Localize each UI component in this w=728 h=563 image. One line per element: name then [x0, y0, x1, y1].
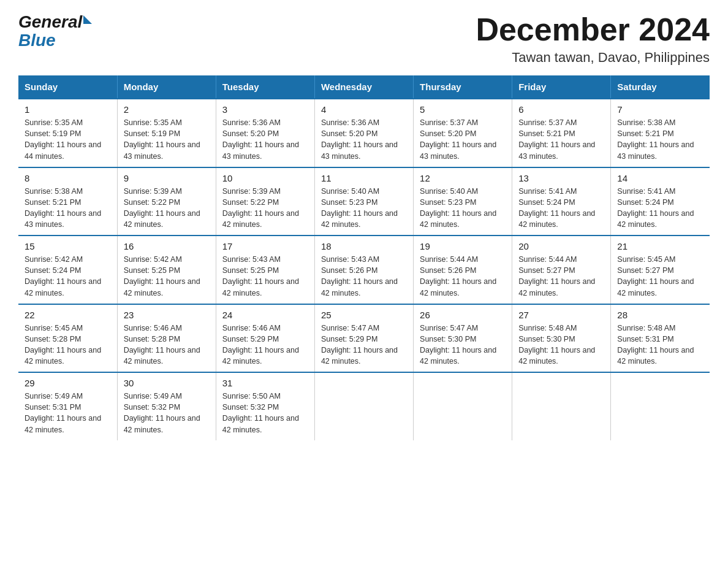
calendar-cell: 20Sunrise: 5:44 AMSunset: 5:27 PMDayligh…: [512, 236, 611, 304]
day-info: Sunrise: 5:44 AMSunset: 5:27 PMDaylight:…: [518, 254, 604, 299]
header-friday: Friday: [512, 75, 611, 99]
logo-blue: Blue: [18, 32, 92, 49]
calendar-week-row: 1Sunrise: 5:35 AMSunset: 5:19 PMDaylight…: [18, 99, 710, 167]
day-number: 5: [420, 104, 506, 115]
day-info: Sunrise: 5:42 AMSunset: 5:25 PMDaylight:…: [124, 254, 210, 299]
day-info: Sunrise: 5:45 AMSunset: 5:27 PMDaylight:…: [617, 254, 703, 299]
calendar-subtitle: Tawan tawan, Davao, Philippines: [476, 50, 710, 66]
day-number: 6: [518, 104, 604, 115]
header-thursday: Thursday: [414, 75, 512, 99]
title-section: December 2024 Tawan tawan, Davao, Philip…: [476, 12, 710, 66]
calendar-cell: 21Sunrise: 5:45 AMSunset: 5:27 PMDayligh…: [611, 236, 710, 304]
day-info: Sunrise: 5:48 AMSunset: 5:30 PMDaylight:…: [518, 323, 604, 367]
day-info: Sunrise: 5:41 AMSunset: 5:24 PMDaylight:…: [518, 186, 604, 231]
day-info: Sunrise: 5:49 AMSunset: 5:31 PMDaylight:…: [25, 391, 111, 435]
day-number: 2: [124, 104, 210, 115]
day-number: 17: [222, 241, 308, 251]
day-info: Sunrise: 5:47 AMSunset: 5:30 PMDaylight:…: [420, 323, 506, 367]
calendar-cell: 27Sunrise: 5:48 AMSunset: 5:30 PMDayligh…: [512, 304, 611, 373]
day-info: Sunrise: 5:46 AMSunset: 5:28 PMDaylight:…: [124, 323, 210, 367]
calendar-title: December 2024: [476, 12, 710, 47]
calendar-cell: 6Sunrise: 5:37 AMSunset: 5:21 PMDaylight…: [512, 99, 611, 167]
day-number: 26: [420, 310, 506, 320]
day-info: Sunrise: 5:47 AMSunset: 5:29 PMDaylight:…: [321, 323, 407, 367]
day-number: 14: [617, 173, 703, 183]
logo-triangle-icon: [83, 15, 92, 24]
day-info: Sunrise: 5:35 AMSunset: 5:19 PMDaylight:…: [124, 117, 210, 162]
day-info: Sunrise: 5:40 AMSunset: 5:23 PMDaylight:…: [420, 186, 506, 231]
calendar-cell: 14Sunrise: 5:41 AMSunset: 5:24 PMDayligh…: [611, 167, 710, 236]
calendar-cell: 19Sunrise: 5:44 AMSunset: 5:26 PMDayligh…: [414, 236, 512, 304]
day-number: 27: [518, 310, 604, 320]
calendar-cell: 4Sunrise: 5:36 AMSunset: 5:20 PMDaylight…: [314, 99, 413, 167]
calendar-cell: 22Sunrise: 5:45 AMSunset: 5:28 PMDayligh…: [18, 304, 117, 373]
day-info: Sunrise: 5:45 AMSunset: 5:28 PMDaylight:…: [25, 323, 111, 367]
calendar-cell: 18Sunrise: 5:43 AMSunset: 5:26 PMDayligh…: [314, 236, 413, 304]
day-number: 18: [321, 241, 407, 251]
day-number: 9: [124, 173, 210, 183]
day-number: 19: [420, 241, 506, 251]
day-number: 31: [222, 378, 308, 388]
calendar-cell: 26Sunrise: 5:47 AMSunset: 5:30 PMDayligh…: [414, 304, 512, 373]
day-info: Sunrise: 5:39 AMSunset: 5:22 PMDaylight:…: [222, 186, 308, 231]
header-tuesday: Tuesday: [216, 75, 314, 99]
day-info: Sunrise: 5:43 AMSunset: 5:25 PMDaylight:…: [222, 254, 308, 299]
calendar-cell: 28Sunrise: 5:48 AMSunset: 5:31 PMDayligh…: [611, 304, 710, 373]
day-number: 15: [25, 241, 111, 251]
day-number: 20: [518, 241, 604, 251]
day-number: 21: [617, 241, 703, 251]
day-info: Sunrise: 5:46 AMSunset: 5:29 PMDaylight:…: [222, 323, 308, 367]
day-info: Sunrise: 5:38 AMSunset: 5:21 PMDaylight:…: [25, 186, 111, 231]
calendar-week-row: 29Sunrise: 5:49 AMSunset: 5:31 PMDayligh…: [18, 372, 710, 440]
calendar-cell: 3Sunrise: 5:36 AMSunset: 5:20 PMDaylight…: [216, 99, 314, 167]
day-number: 7: [617, 104, 703, 115]
day-number: 1: [25, 104, 111, 115]
calendar-cell: 13Sunrise: 5:41 AMSunset: 5:24 PMDayligh…: [512, 167, 611, 236]
day-info: Sunrise: 5:36 AMSunset: 5:20 PMDaylight:…: [222, 117, 308, 162]
calendar-cell: 29Sunrise: 5:49 AMSunset: 5:31 PMDayligh…: [18, 372, 117, 440]
calendar-cell: [414, 372, 512, 440]
day-number: 10: [222, 173, 308, 183]
calendar-cell: 11Sunrise: 5:40 AMSunset: 5:23 PMDayligh…: [314, 167, 413, 236]
day-number: 24: [222, 310, 308, 320]
day-number: 25: [321, 310, 407, 320]
calendar-cell: [314, 372, 413, 440]
calendar-cell: 30Sunrise: 5:49 AMSunset: 5:32 PMDayligh…: [117, 372, 216, 440]
day-info: Sunrise: 5:50 AMSunset: 5:32 PMDaylight:…: [222, 391, 308, 435]
day-number: 13: [518, 173, 604, 183]
day-number: 22: [25, 310, 111, 320]
calendar-cell: 7Sunrise: 5:38 AMSunset: 5:21 PMDaylight…: [611, 99, 710, 167]
calendar-cell: 12Sunrise: 5:40 AMSunset: 5:23 PMDayligh…: [414, 167, 512, 236]
day-number: 23: [124, 310, 210, 320]
calendar-cell: 5Sunrise: 5:37 AMSunset: 5:20 PMDaylight…: [414, 99, 512, 167]
day-number: 16: [124, 241, 210, 251]
day-info: Sunrise: 5:40 AMSunset: 5:23 PMDaylight:…: [321, 186, 407, 231]
logo: General Blue: [18, 12, 92, 49]
calendar-cell: 23Sunrise: 5:46 AMSunset: 5:28 PMDayligh…: [117, 304, 216, 373]
calendar-week-row: 15Sunrise: 5:42 AMSunset: 5:24 PMDayligh…: [18, 236, 710, 304]
day-number: 28: [617, 310, 703, 320]
header-sunday: Sunday: [18, 75, 117, 99]
calendar-week-row: 22Sunrise: 5:45 AMSunset: 5:28 PMDayligh…: [18, 304, 710, 373]
header-monday: Monday: [117, 75, 216, 99]
day-number: 3: [222, 104, 308, 115]
day-info: Sunrise: 5:44 AMSunset: 5:26 PMDaylight:…: [420, 254, 506, 299]
calendar-cell: [611, 372, 710, 440]
day-number: 29: [25, 378, 111, 388]
day-info: Sunrise: 5:48 AMSunset: 5:31 PMDaylight:…: [617, 323, 703, 367]
header-saturday: Saturday: [611, 75, 710, 99]
calendar-cell: 25Sunrise: 5:47 AMSunset: 5:29 PMDayligh…: [314, 304, 413, 373]
day-number: 11: [321, 173, 407, 183]
day-number: 30: [124, 378, 210, 388]
calendar-cell: 10Sunrise: 5:39 AMSunset: 5:22 PMDayligh…: [216, 167, 314, 236]
day-info: Sunrise: 5:41 AMSunset: 5:24 PMDaylight:…: [617, 186, 703, 231]
calendar-week-row: 8Sunrise: 5:38 AMSunset: 5:21 PMDaylight…: [18, 167, 710, 236]
calendar-cell: 1Sunrise: 5:35 AMSunset: 5:19 PMDaylight…: [18, 99, 117, 167]
day-info: Sunrise: 5:37 AMSunset: 5:20 PMDaylight:…: [420, 117, 506, 162]
calendar-header-row: SundayMondayTuesdayWednesdayThursdayFrid…: [18, 75, 710, 99]
logo-general: General: [18, 12, 82, 32]
calendar-table: SundayMondayTuesdayWednesdayThursdayFrid…: [18, 75, 710, 440]
calendar-cell: 24Sunrise: 5:46 AMSunset: 5:29 PMDayligh…: [216, 304, 314, 373]
calendar-cell: [512, 372, 611, 440]
day-info: Sunrise: 5:43 AMSunset: 5:26 PMDaylight:…: [321, 254, 407, 299]
